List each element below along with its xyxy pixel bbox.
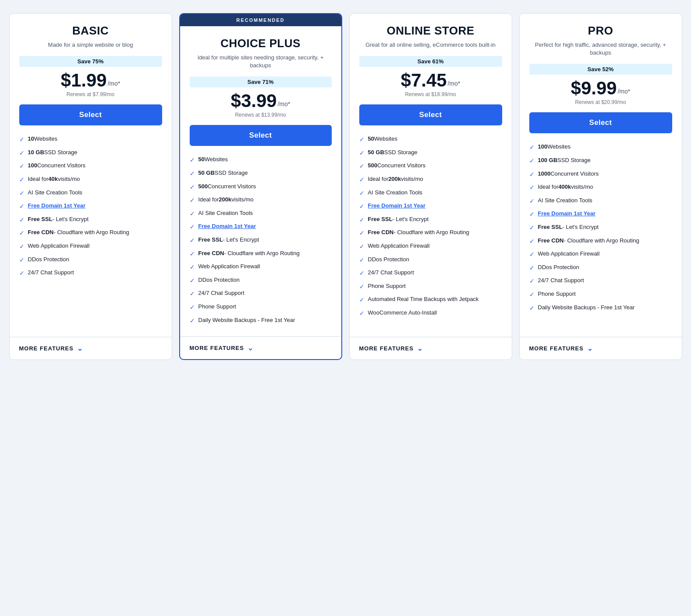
more-features-label: MORE FEATURES: [19, 345, 74, 352]
more-features-label: MORE FEATURES: [529, 345, 584, 352]
feature-item: ✓Free SSL - Let's Encrypt: [529, 223, 672, 232]
save-badge: Save 61%: [359, 56, 502, 67]
price-dollar: $1.99: [61, 71, 107, 90]
check-icon: ✓: [529, 157, 535, 166]
check-icon: ✓: [190, 317, 195, 325]
check-icon: ✓: [359, 256, 365, 265]
select-button[interactable]: Select: [19, 104, 162, 125]
check-icon: ✓: [190, 236, 195, 245]
feature-item: ✓AI Site Creation Tools: [359, 189, 502, 198]
check-icon: ✓: [190, 170, 195, 178]
plan-description: Ideal for multiple sites needing storage…: [190, 54, 332, 69]
check-icon: ✓: [190, 210, 195, 218]
check-icon: ✓: [529, 210, 535, 219]
check-icon: ✓: [529, 304, 535, 313]
chevron-down-icon: ⌄: [247, 344, 253, 352]
check-icon: ✓: [190, 250, 195, 259]
feature-item: ✓DDos Protection: [190, 276, 332, 285]
feature-item: ✓Automated Real Time Backups with Jetpac…: [359, 295, 502, 305]
check-icon: ✓: [359, 216, 365, 225]
plan-description: Made for a simple website or blog: [19, 41, 162, 49]
feature-item: ✓24/7 Chat Support: [19, 269, 162, 278]
features-list: ✓100 Websites✓100 GB SSD Storage✓1000 Co…: [529, 143, 672, 317]
feature-item: ✓Free Domain 1st Year: [359, 202, 502, 211]
feature-item: ✓50 Websites: [359, 135, 502, 144]
check-icon: ✓: [19, 269, 24, 278]
feature-item: ✓Free CDN - Cloudflare with Argo Routing: [359, 228, 502, 238]
feature-item: ✓Daily Website Backups - Free 1st Year: [529, 304, 672, 313]
select-button[interactable]: Select: [529, 112, 672, 133]
plan-description: Perfect for high traffic, advanced stora…: [529, 41, 672, 57]
save-badge: Save 71%: [190, 76, 332, 87]
chevron-down-icon: ⌄: [587, 344, 593, 353]
check-icon: ✓: [359, 269, 365, 278]
feature-item: ✓24/7 Chat Support: [359, 269, 502, 278]
price-per-month: /mo*: [618, 88, 630, 95]
chevron-down-icon: ⌄: [417, 344, 423, 353]
check-icon: ✓: [19, 256, 24, 265]
plan-card-basic: BASICMade for a simple website or blogSa…: [9, 13, 172, 360]
feature-item: ✓Web Application Firewall: [529, 250, 672, 259]
feature-item: ✓AI Site Creation Tools: [190, 209, 332, 218]
price-per-month: /mo*: [278, 100, 290, 107]
price-row: $3.99/mo*: [190, 92, 332, 110]
check-icon: ✓: [190, 290, 195, 298]
check-icon: ✓: [529, 183, 535, 192]
check-icon: ✓: [19, 229, 24, 238]
feature-item: ✓24/7 Chat Support: [190, 289, 332, 298]
renews-at: Renews at $7.99/mo: [19, 91, 162, 97]
feature-item: ✓1000 Concurrent Visitors: [529, 170, 672, 179]
more-features-bar[interactable]: MORE FEATURES⌄: [180, 336, 341, 359]
price-per-month: /mo*: [108, 80, 120, 87]
check-icon: ✓: [359, 149, 365, 158]
check-icon: ✓: [190, 263, 195, 272]
plan-name: ONLINE STORE: [359, 24, 502, 38]
select-button[interactable]: Select: [359, 104, 502, 125]
feature-item: ✓Free Domain 1st Year: [529, 210, 672, 219]
check-icon: ✓: [359, 309, 365, 318]
feature-item: ✓24/7 Chat Support: [529, 277, 672, 286]
features-list: ✓10 Websites✓10 GB SSD Storage✓100 Concu…: [19, 135, 162, 282]
check-icon: ✓: [19, 216, 24, 225]
feature-item: ✓WooCommerce Auto-Install: [359, 309, 502, 318]
price-per-month: /mo*: [448, 80, 460, 87]
more-features-bar[interactable]: MORE FEATURES⌄: [10, 337, 172, 360]
check-icon: ✓: [19, 189, 24, 198]
check-icon: ✓: [190, 183, 195, 192]
feature-item: ✓AI Site Creation Tools: [529, 197, 672, 206]
feature-item: ✓Free SSL - Let's Encrypt: [190, 236, 332, 245]
feature-item: ✓500 Concurrent Visitors: [190, 183, 332, 192]
check-icon: ✓: [19, 135, 24, 144]
feature-item: ✓100 Websites: [529, 143, 672, 152]
plan-description: Great for all online selling, eCommerce …: [359, 41, 502, 49]
price-row: $1.99/mo*: [19, 71, 162, 90]
more-features-bar[interactable]: MORE FEATURES⌄: [350, 337, 512, 360]
check-icon: ✓: [529, 170, 535, 179]
feature-item: ✓Free CDN - Cloudflare with Argo Routing: [190, 249, 332, 259]
plan-card-choice-plus: RECOMMENDEDCHOICE PLUSIdeal for multiple…: [179, 13, 342, 360]
plan-card-online-store: ONLINE STOREGreat for all online selling…: [349, 13, 512, 360]
feature-item: ✓Daily Website Backups - Free 1st Year: [190, 316, 332, 325]
feature-item: ✓100 GB SSD Storage: [529, 156, 672, 166]
check-icon: ✓: [529, 197, 535, 206]
check-icon: ✓: [359, 135, 365, 144]
price-dollar: $7.45: [401, 71, 447, 90]
feature-item: ✓500 Concurrent Visitors: [359, 162, 502, 171]
select-button[interactable]: Select: [190, 125, 332, 146]
feature-item: ✓Web Application Firewall: [190, 263, 332, 272]
more-features-label: MORE FEATURES: [190, 345, 244, 351]
feature-item: ✓DDos Protection: [19, 256, 162, 265]
check-icon: ✓: [529, 237, 535, 246]
more-features-bar[interactable]: MORE FEATURES⌄: [520, 337, 682, 360]
price-row: $9.99/mo*: [529, 79, 672, 97]
check-icon: ✓: [19, 176, 24, 184]
check-icon: ✓: [359, 296, 365, 305]
feature-item: ✓Phone Support: [529, 290, 672, 299]
more-features-label: MORE FEATURES: [359, 345, 414, 352]
feature-item: ✓Ideal for 200k visits/mo: [359, 175, 502, 184]
check-icon: ✓: [359, 189, 365, 198]
feature-item: ✓Phone Support: [190, 303, 332, 312]
check-icon: ✓: [190, 277, 195, 285]
check-icon: ✓: [529, 291, 535, 299]
feature-item: ✓Free Domain 1st Year: [19, 202, 162, 211]
